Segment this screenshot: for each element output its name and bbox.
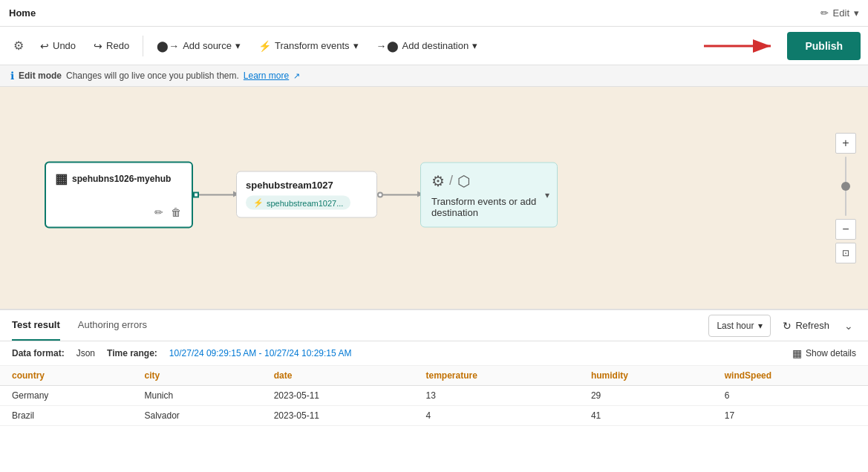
tab-right-controls: Last hour ▾ ↻ Refresh ⌄ — [708, 315, 856, 337]
bottom-tabs: Test result Authoring errors Last hour ▾… — [0, 310, 868, 341]
source-node-label: spehubns1026-myehub — [72, 173, 171, 183]
table-row: GermanyMunich2023-05-1113296 — [0, 386, 868, 406]
settings-button[interactable]: ⚙ — [7, 34, 30, 57]
zoom-fit-button[interactable]: ⊡ — [835, 243, 856, 263]
title-bar: Home ✏ Edit ▾ — [0, 0, 868, 27]
edit-mode-banner: ℹ Edit mode Changes will go live once yo… — [0, 65, 868, 87]
add-source-chevron-icon: ▾ — [235, 40, 241, 51]
source-node-icon: ▦ — [55, 170, 68, 186]
table-cell: Munich — [132, 386, 261, 406]
data-table: country city date temperature humidity w… — [0, 366, 868, 472]
gear-icon: ⚙ — [13, 39, 24, 52]
edit-button[interactable]: ✏ Edit ▾ — [820, 7, 859, 19]
refresh-icon: ↻ — [783, 320, 792, 332]
dest-node-icons: ⚙ / ⬡ — [431, 171, 546, 189]
show-details-icon: ▦ — [792, 347, 802, 359]
add-source-button[interactable]: ⬤→ Add source ▾ — [149, 36, 248, 56]
table-row: BrazilSalvador2023-05-1144117 — [0, 406, 868, 426]
transform-chevron-icon: ▾ — [353, 40, 359, 51]
table-cell: 41 — [579, 406, 713, 426]
table-body: GermanyMunich2023-05-1113296BrazilSalvad… — [0, 386, 868, 426]
zoom-slider-track — [845, 157, 846, 216]
col-windspeed: windSpeed — [713, 366, 868, 386]
source-node[interactable]: ▦ spehubns1026-myehub ✏ 🗑 — [45, 161, 193, 228]
stream-tag-label: spehubstream1027... — [267, 198, 343, 207]
add-destination-button[interactable]: →⬤ Add destination ▾ — [369, 36, 486, 56]
show-details-label: Show details — [806, 348, 856, 358]
show-details-button[interactable]: ▦ Show details — [792, 347, 856, 359]
source-delete-button[interactable]: 🗑 — [169, 204, 183, 219]
col-date: date — [262, 366, 414, 386]
table-cell: Germany — [0, 386, 132, 406]
undo-icon: ↩ — [40, 40, 49, 52]
connector-1 — [193, 191, 236, 197]
zoom-in-button[interactable]: + — [835, 133, 856, 154]
tab-test-result-label: Test result — [12, 319, 60, 330]
publish-button[interactable]: Publish — [787, 32, 861, 60]
col-city: city — [132, 366, 261, 386]
source-node-title: ▦ spehubns1026-myehub — [55, 170, 183, 186]
expand-icon: ⌄ — [844, 320, 853, 332]
redo-icon: ↪ — [94, 40, 102, 52]
table-cell: Brazil — [0, 406, 132, 426]
dest-node-text: Transform events or add destination — [431, 195, 546, 217]
dest-gear-icon: ⚙ — [431, 171, 445, 189]
table-cell: 13 — [414, 386, 579, 406]
toolbar: ⚙ ↩ Undo ↪ Redo ⬤→ Add source ▾ ⚡ Transf… — [0, 27, 868, 65]
time-range-display: 10/27/24 09:29:15 AM - 10/27/24 10:29:15… — [169, 348, 352, 358]
undo-label: Undo — [53, 40, 76, 51]
dest-arrow-icon: ⬡ — [457, 171, 470, 189]
transform-events-label: Transform events — [275, 40, 350, 51]
canvas: ▦ spehubns1026-myehub ✏ 🗑 spehubstream10… — [0, 87, 868, 309]
transform-events-button[interactable]: ⚡ Transform events ▾ — [251, 36, 366, 56]
refresh-button[interactable]: ↻ Refresh — [777, 317, 835, 335]
time-range-label: Time range: — [107, 348, 157, 358]
tab-authoring-errors-label: Authoring errors — [78, 319, 147, 330]
edit-icon: ✏ — [820, 7, 829, 19]
undo-button[interactable]: ↩ Undo — [33, 36, 83, 56]
table-cell: 2023-05-11 — [262, 406, 414, 426]
tab-test-result[interactable]: Test result — [12, 310, 60, 341]
stream-node[interactable]: spehubstream1027 ⚡ spehubstream1027... — [236, 171, 377, 218]
redo-button[interactable]: ↪ Redo — [86, 36, 137, 56]
table-cell: 4 — [414, 406, 579, 426]
table-cell: 17 — [713, 406, 868, 426]
source-node-actions: ✏ 🗑 — [55, 204, 183, 219]
dest-chevron-icon: ▾ — [545, 189, 549, 200]
learn-more-link[interactable]: Learn more — [244, 71, 289, 81]
destination-node[interactable]: ⚙ / ⬡ Transform events or add destinatio… — [420, 162, 558, 227]
stream-tag-icon: ⚡ — [253, 198, 264, 208]
refresh-label: Refresh — [795, 320, 829, 331]
add-destination-label: Add destination — [402, 40, 469, 51]
time-range-select[interactable]: Last hour ▾ — [708, 315, 771, 337]
redo-label: Redo — [106, 40, 129, 51]
zoom-slider-thumb[interactable] — [841, 182, 850, 191]
edit-banner-message: Changes will go live once you publish th… — [66, 71, 239, 81]
col-country: country — [0, 366, 132, 386]
add-dest-chevron-icon: ▾ — [472, 40, 477, 51]
flow-container: ▦ spehubns1026-myehub ✏ 🗑 spehubstream10… — [45, 161, 558, 228]
dest-slash: / — [449, 173, 453, 189]
publish-label: Publish — [805, 40, 843, 52]
time-range-value: Last hour — [717, 321, 754, 331]
zoom-out-button[interactable]: − — [835, 219, 856, 240]
trash-icon: 🗑 — [171, 206, 181, 217]
fit-icon: ⊡ — [842, 248, 849, 258]
info-icon: ℹ — [10, 70, 14, 82]
tab-authoring-errors[interactable]: Authoring errors — [78, 310, 147, 341]
zoom-controls: + − ⊡ — [835, 133, 856, 263]
table-cell: 2023-05-11 — [262, 386, 414, 406]
source-edit-button[interactable]: ✏ — [153, 204, 165, 219]
transform-icon: ⚡ — [258, 40, 271, 52]
expand-panel-button[interactable]: ⌄ — [841, 317, 856, 335]
home-title: Home — [9, 7, 36, 19]
data-format-value: Json — [76, 348, 95, 358]
data-format-label: Data format: — [12, 348, 65, 358]
add-source-label: Add source — [183, 40, 232, 51]
add-source-icon: ⬤→ — [157, 40, 179, 52]
annotation-arrow — [704, 31, 778, 61]
add-dest-icon: →⬤ — [376, 40, 399, 52]
edit-label: Edit — [833, 7, 849, 19]
table-header: country city date temperature humidity w… — [0, 366, 868, 386]
stream-node-title: spehubstream1027 — [246, 180, 368, 191]
